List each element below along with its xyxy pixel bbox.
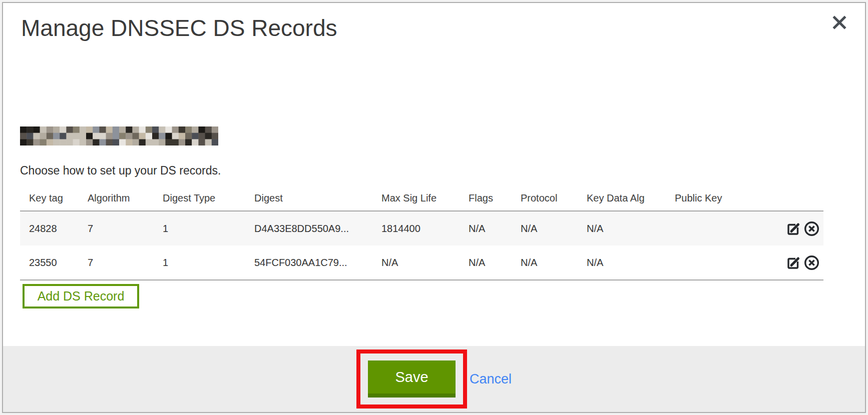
screen: Manage DNSSEC DS Records Choose how to s… xyxy=(0,0,868,415)
cell-max-sig-life: N/A xyxy=(381,257,469,268)
close-button[interactable] xyxy=(831,14,848,31)
cell-protocol: N/A xyxy=(521,257,587,268)
cell-flags: N/A xyxy=(469,223,521,234)
edit-icon xyxy=(785,265,802,272)
col-header-key-data-alg: Key Data Alg xyxy=(587,192,675,204)
delete-record-button[interactable] xyxy=(803,254,820,272)
close-icon xyxy=(831,14,848,31)
table-body: 24828 7 1 D4A33E8DD550A9... 1814400 N/A … xyxy=(20,212,823,280)
col-header-public-key: Public Key xyxy=(675,192,783,204)
add-ds-record-button[interactable]: Add DS Record xyxy=(23,284,139,308)
col-header-algorithm: Algorithm xyxy=(88,192,163,204)
edit-icon xyxy=(785,231,802,238)
cell-algorithm: 7 xyxy=(88,223,163,234)
col-header-max-sig-life: Max Sig Life xyxy=(381,192,469,204)
table-row: 24828 7 1 D4A33E8DD550A9... 1814400 N/A … xyxy=(20,212,823,246)
cell-digest-type: 1 xyxy=(163,223,254,234)
delete-icon xyxy=(803,266,820,272)
col-header-digest-type: Digest Type xyxy=(163,192,254,204)
cell-digest: 54FCF030AA1C79... xyxy=(254,257,381,268)
cell-max-sig-life: 1814400 xyxy=(381,223,469,234)
cancel-link[interactable]: Cancel xyxy=(470,372,512,387)
col-header-protocol: Protocol xyxy=(521,192,587,204)
cell-digest: D4A33E8DD550A9... xyxy=(254,223,381,234)
cell-algorithm: 7 xyxy=(88,257,163,268)
delete-record-button[interactable] xyxy=(803,220,820,238)
col-header-flags: Flags xyxy=(469,192,521,204)
cell-key-data-alg: N/A xyxy=(587,257,675,268)
delete-icon xyxy=(803,232,820,238)
redacted-domain-name xyxy=(20,126,218,146)
ds-records-table: Key tag Algorithm Digest Type Digest Max… xyxy=(20,184,823,280)
col-header-key-tag: Key tag xyxy=(20,192,88,204)
manage-dnssec-modal: Manage DNSSEC DS Records Choose how to s… xyxy=(2,2,866,413)
cell-key-tag: 23550 xyxy=(20,257,88,268)
intro-text: Choose how to set up your DS records. xyxy=(20,164,221,178)
table-row: 23550 7 1 54FCF030AA1C79... N/A N/A N/A … xyxy=(20,246,823,280)
cell-key-tag: 24828 xyxy=(20,223,88,234)
cell-digest-type: 1 xyxy=(163,257,254,268)
cell-protocol: N/A xyxy=(521,223,587,234)
cell-flags: N/A xyxy=(469,257,521,268)
annotation-highlight-box: Save xyxy=(356,350,467,408)
edit-record-button[interactable] xyxy=(785,254,802,271)
cell-key-data-alg: N/A xyxy=(587,223,675,234)
table-header-row: Key tag Algorithm Digest Type Digest Max… xyxy=(20,184,823,212)
col-header-digest: Digest xyxy=(254,192,381,204)
edit-record-button[interactable] xyxy=(785,220,802,237)
modal-footer: Save Cancel xyxy=(3,346,865,412)
save-button[interactable]: Save xyxy=(368,360,456,398)
modal-title: Manage DNSSEC DS Records xyxy=(21,16,337,40)
